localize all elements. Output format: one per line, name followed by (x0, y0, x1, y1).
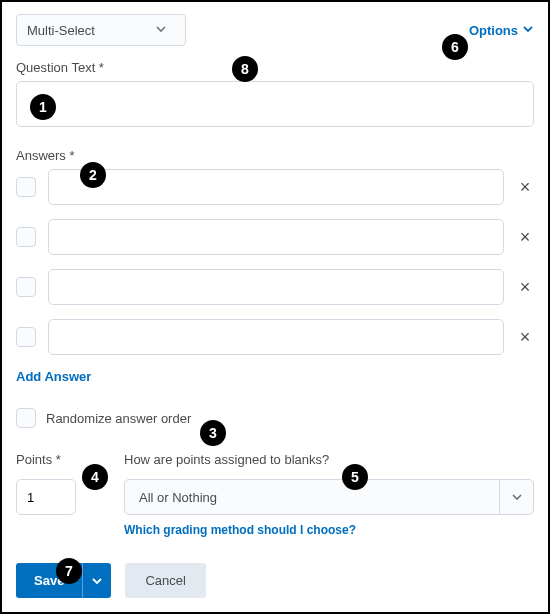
callout-6: 6 (442, 34, 468, 60)
chevron-down-icon (499, 480, 533, 514)
save-dropdown-button[interactable] (83, 563, 111, 598)
chevron-down-icon (147, 23, 175, 38)
callout-4: 4 (82, 464, 108, 490)
callout-7: 7 (56, 558, 82, 584)
question-text-label: Question Text * (16, 60, 534, 75)
answer-input[interactable] (48, 269, 504, 305)
answer-input[interactable] (48, 319, 504, 355)
question-text-input[interactable] (16, 81, 534, 127)
randomize-checkbox[interactable] (16, 408, 36, 428)
answer-row: × (16, 319, 534, 355)
answer-correct-checkbox[interactable] (16, 227, 36, 247)
points-label: Points * (16, 452, 76, 467)
options-link-label: Options (469, 23, 518, 38)
randomize-label: Randomize answer order (46, 411, 191, 426)
close-icon[interactable]: × (516, 328, 534, 346)
answers-label: Answers * (16, 148, 534, 163)
answer-correct-checkbox[interactable] (16, 277, 36, 297)
answer-row: × (16, 219, 534, 255)
close-icon[interactable]: × (516, 228, 534, 246)
grading-help-link[interactable]: Which grading method should I choose? (124, 523, 534, 537)
question-type-label: Multi-Select (27, 23, 95, 38)
grading-label: How are points assigned to blanks? (124, 452, 534, 467)
add-answer-link[interactable]: Add Answer (16, 369, 91, 384)
grading-method-select[interactable]: All or Nothing (124, 479, 534, 515)
close-icon[interactable]: × (516, 178, 534, 196)
answer-input[interactable] (48, 169, 504, 205)
answer-row: × (16, 269, 534, 305)
callout-3: 3 (200, 420, 226, 446)
callout-2: 2 (80, 162, 106, 188)
cancel-button[interactable]: Cancel (125, 563, 205, 598)
callout-5: 5 (342, 464, 368, 490)
grading-method-value: All or Nothing (139, 490, 217, 505)
points-input[interactable] (16, 479, 76, 515)
callout-8: 8 (232, 56, 258, 82)
answer-input[interactable] (48, 219, 504, 255)
answer-correct-checkbox[interactable] (16, 177, 36, 197)
close-icon[interactable]: × (516, 278, 534, 296)
question-type-select[interactable]: Multi-Select (16, 14, 186, 46)
chevron-down-icon (522, 23, 534, 38)
callout-1: 1 (30, 94, 56, 120)
answer-correct-checkbox[interactable] (16, 327, 36, 347)
options-link[interactable]: Options (469, 23, 534, 38)
